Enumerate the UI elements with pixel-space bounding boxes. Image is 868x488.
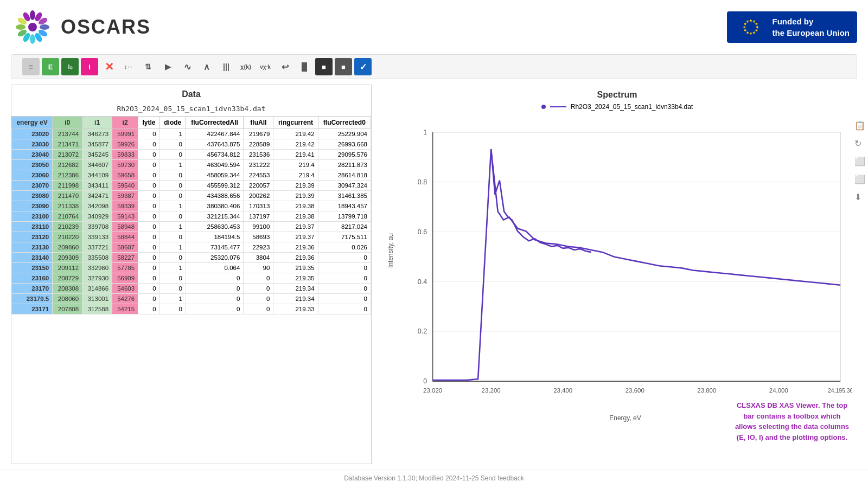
logo-area: OSCARS: [11, 5, 151, 49]
table-cell: 210764: [53, 211, 82, 222]
svg-text:23,400: 23,400: [553, 387, 572, 394]
table-cell: 219.4: [273, 170, 318, 181]
table-row[interactable]: 230902113383420985933901380380.406170313…: [12, 201, 371, 211]
table-cell: 211998: [53, 181, 82, 191]
collapse-icon[interactable]: ⬜: [854, 174, 865, 184]
download-icon[interactable]: ⬇: [854, 192, 865, 202]
table-cell: 0: [186, 294, 244, 304]
table-cell: 3804: [244, 253, 273, 263]
table-cell: 345877: [82, 139, 112, 150]
bar-button[interactable]: ▐▌: [296, 58, 313, 75]
table-cell: 0: [159, 273, 186, 284]
table-row[interactable]: 230302134713458775992600437643.875228589…: [12, 139, 371, 150]
col-header-fluCorrectedAll: fluCorrectedAll: [186, 117, 244, 129]
table-cell: 0: [244, 304, 273, 314]
table-cell: 219.42: [273, 139, 318, 150]
table-cell: 258630.453: [186, 222, 244, 232]
wave-button[interactable]: ∿: [178, 58, 196, 75]
table-row[interactable]: 23170.5208060313001542760100219.340: [12, 294, 371, 304]
y-axis-label: Intensity, au: [387, 233, 394, 268]
table-row[interactable]: 231102102393397085894801258630.453991002…: [12, 222, 371, 232]
table-row[interactable]: 231202102203391335884400184194.558693219…: [12, 232, 371, 242]
ftchi-button[interactable]: νχ·k: [257, 58, 274, 75]
oscars-logo-text: OSCARS: [61, 16, 151, 38]
table-cell: 23171: [12, 304, 53, 314]
svg-text:23,800: 23,800: [697, 387, 716, 394]
table-cell: 219.42: [273, 129, 318, 139]
sq1-button[interactable]: ■: [315, 58, 333, 75]
table-row[interactable]: 23130209860337721586070173145.4772292321…: [12, 242, 371, 253]
refresh-icon[interactable]: ↻: [854, 138, 865, 149]
table-cell: 219.36: [273, 242, 318, 253]
copy-icon[interactable]: 📋: [854, 120, 865, 131]
table-cell: 23050: [12, 160, 53, 170]
table-row[interactable]: 23170208308314866546030000219.340: [12, 284, 371, 294]
table-cell: 23090: [12, 201, 53, 211]
norm-button[interactable]: ↕↔: [120, 58, 137, 75]
table-row[interactable]: 230702119983434115954000455599.312220057…: [12, 181, 371, 191]
col-header-lytle: lytle: [138, 117, 160, 129]
svg-point-6: [30, 34, 35, 44]
table-row[interactable]: 23160208729327930569090000219.350: [12, 273, 371, 284]
clear-button[interactable]: ✕: [100, 58, 118, 75]
data-table-wrapper[interactable]: energy eV i0 i1 i2 lytle diode fluCorrec…: [11, 116, 371, 462]
legend-line-icon: [550, 106, 566, 107]
table-cell: 219.34: [273, 284, 318, 294]
chi-button[interactable]: χ(k): [237, 58, 254, 75]
I-button[interactable]: I: [81, 58, 98, 75]
col-header-fluAll: fluAll: [244, 117, 273, 129]
sq2-button[interactable]: ■: [335, 58, 352, 75]
I0-button[interactable]: I₀: [61, 58, 79, 75]
check-button[interactable]: ✓: [354, 58, 372, 75]
table-cell: 0: [318, 273, 371, 284]
table-cell: 0: [159, 304, 186, 314]
table-cell: 25320.076: [186, 253, 244, 263]
table-cell: 219.39: [273, 191, 318, 201]
table-cell: 437643.875: [186, 139, 244, 150]
table-cell: 342098: [82, 201, 112, 211]
undo-button[interactable]: ↩: [276, 58, 293, 75]
table-row[interactable]: 230402130723452455983300456734.812231536…: [12, 150, 371, 160]
table-cell: 219.38: [273, 201, 318, 211]
table-cell: 23120: [12, 232, 53, 242]
legend-label: Rh2O3_2024_05_15_scan1_idvn33b4.dat: [571, 103, 693, 111]
table-row[interactable]: 231002107643409295914300321215.344137197…: [12, 211, 371, 222]
table-cell: 26993.668: [318, 139, 371, 150]
E-button[interactable]: E: [42, 58, 59, 75]
table-cell: 340929: [82, 211, 112, 222]
footer: Database Version 1.1.30; Modified 2024-1…: [0, 470, 868, 486]
table-cell: 170313: [244, 201, 273, 211]
table-cell: 0: [244, 273, 273, 284]
table-cell: 59833: [112, 150, 138, 160]
table-cell: 231536: [244, 150, 273, 160]
sine-button[interactable]: ∧: [198, 58, 215, 75]
table-row[interactable]: 23171207808312588542150000219.330: [12, 304, 371, 314]
table-row[interactable]: 230202137443462735999101422467.844219679…: [12, 129, 371, 139]
adjust-button[interactable]: ⇅: [139, 58, 157, 75]
table-cell: 30947.324: [318, 181, 371, 191]
table-cell: 59143: [112, 211, 138, 222]
table-cell: 332960: [82, 263, 112, 273]
table-cell: 200262: [244, 191, 273, 201]
table-cell: 90: [244, 263, 273, 273]
table-cell: 59658: [112, 170, 138, 181]
table-cell: 339708: [82, 222, 112, 232]
table-row[interactable]: 230502126823446075973001463049.594231222…: [12, 160, 371, 170]
table-cell: 0: [318, 304, 371, 314]
play-button[interactable]: ▶: [159, 58, 176, 75]
spectrum-legend: Rh2O3_2024_05_15_scan1_idvn33b4.dat: [382, 103, 852, 111]
table-cell: 219679: [244, 129, 273, 139]
table-cell: 59730: [112, 160, 138, 170]
col-header-i2: i2: [112, 117, 138, 129]
table-row[interactable]: 230802114703424715938700434388.656200262…: [12, 191, 371, 201]
spectrum-button[interactable]: |||: [218, 58, 235, 75]
table-cell: 8217.024: [318, 222, 371, 232]
table-row[interactable]: 230602123863441095965800458059.344224553…: [12, 170, 371, 181]
table-cell: 211338: [53, 201, 82, 211]
table-cell: 0: [138, 242, 160, 253]
folder-button[interactable]: ≡: [22, 58, 40, 75]
expand-icon[interactable]: ⬜: [854, 156, 865, 166]
table-row[interactable]: 2315020911233296057785010.06490219.350: [12, 263, 371, 273]
table-cell: 99100: [244, 222, 273, 232]
table-row[interactable]: 23140209309335508582270025320.0763804219…: [12, 253, 371, 263]
